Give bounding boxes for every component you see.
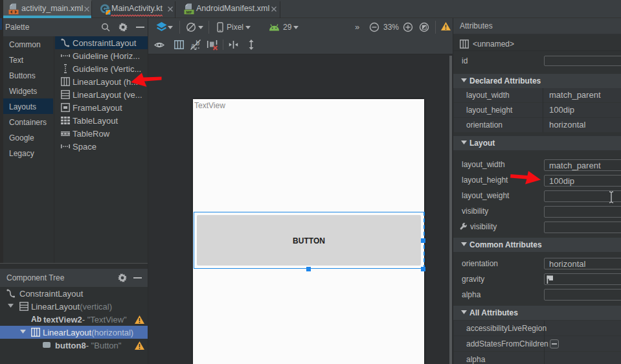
svg-text:MF: MF — [186, 10, 192, 14]
